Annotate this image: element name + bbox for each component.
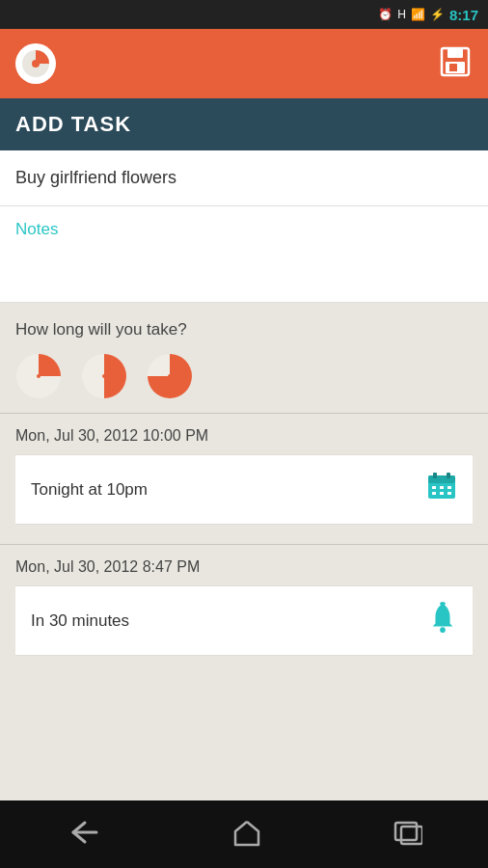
svg-rect-3	[447, 48, 463, 58]
duration-section: How long will you take?	[0, 303, 488, 413]
task-name-text: Buy girlfriend flowers	[15, 168, 176, 187]
signal-bars-icon: 📶	[411, 8, 425, 21]
duration-three-quarter-icon[interactable]	[147, 353, 193, 399]
svg-rect-19	[432, 492, 436, 495]
due-date-row[interactable]: Tonight at 10pm	[15, 454, 473, 525]
status-time: 8:17	[449, 7, 478, 23]
app-header	[0, 29, 488, 98]
notes-area[interactable]: Notes	[0, 206, 488, 303]
bell-svg	[428, 602, 457, 633]
app-logo[interactable]	[15, 43, 56, 84]
svg-rect-25	[395, 823, 417, 840]
notes-placeholder: Notes	[15, 220, 58, 238]
save-button[interactable]	[438, 44, 473, 83]
save-icon	[438, 44, 473, 79]
calendar-icon[interactable]	[426, 471, 457, 508]
duration-quarter-icon[interactable]	[15, 353, 62, 399]
duration-label: How long will you take?	[15, 320, 473, 339]
due-date-value: Tonight at 10pm	[31, 480, 148, 500]
recent-apps-button[interactable]	[393, 819, 422, 850]
home-button[interactable]	[231, 818, 262, 851]
svg-point-22	[440, 627, 446, 633]
svg-rect-18	[447, 486, 451, 489]
reminder-value: In 30 minutes	[31, 611, 129, 631]
main-content: Buy girlfriend flowers Notes How long wi…	[0, 150, 488, 800]
section-header: ADD TASK	[0, 98, 488, 150]
status-icons: ⏰ H 📶 ⚡ 8:17	[378, 7, 478, 23]
battery-icon: ⚡	[430, 8, 445, 21]
duration-icons	[15, 353, 473, 399]
reminder-row[interactable]: In 30 minutes	[15, 585, 473, 656]
back-icon	[66, 819, 100, 846]
svg-rect-21	[447, 492, 451, 495]
section-gap-1	[0, 525, 488, 544]
svg-rect-17	[440, 486, 444, 489]
signal-h-icon: H	[397, 8, 406, 21]
svg-point-9	[102, 374, 106, 378]
due-section: Mon, Jul 30, 2012 10:00 PM Tonight at 10…	[0, 414, 488, 525]
home-icon	[231, 818, 262, 847]
section-title: ADD TASK	[15, 112, 131, 136]
svg-rect-13	[428, 475, 455, 483]
svg-rect-14	[433, 473, 437, 478]
reminder-section: Mon, Jul 30, 2012 8:47 PM In 30 minutes	[0, 545, 488, 656]
svg-point-11	[168, 374, 172, 378]
svg-rect-15	[447, 473, 450, 478]
recent-apps-icon	[393, 819, 422, 846]
status-bar: ⏰ H 📶 ⚡ 8:17	[0, 0, 488, 29]
svg-rect-20	[440, 492, 444, 495]
logo-pie-icon	[21, 49, 50, 78]
reminder-date-label: Mon, Jul 30, 2012 8:47 PM	[15, 558, 473, 576]
duration-half-icon[interactable]	[81, 353, 127, 399]
svg-rect-23	[440, 602, 446, 606]
svg-rect-5	[449, 64, 457, 71]
bell-icon[interactable]	[428, 602, 457, 639]
svg-rect-16	[432, 486, 436, 489]
svg-point-1	[32, 60, 40, 68]
calendar-svg	[426, 471, 457, 502]
due-date-label: Mon, Jul 30, 2012 10:00 PM	[15, 427, 473, 445]
nav-bar	[0, 800, 488, 868]
svg-point-7	[37, 374, 41, 378]
back-button[interactable]	[66, 819, 100, 850]
task-name-area[interactable]: Buy girlfriend flowers	[0, 150, 488, 206]
svg-rect-26	[401, 827, 422, 844]
alarm-icon: ⏰	[378, 8, 393, 21]
